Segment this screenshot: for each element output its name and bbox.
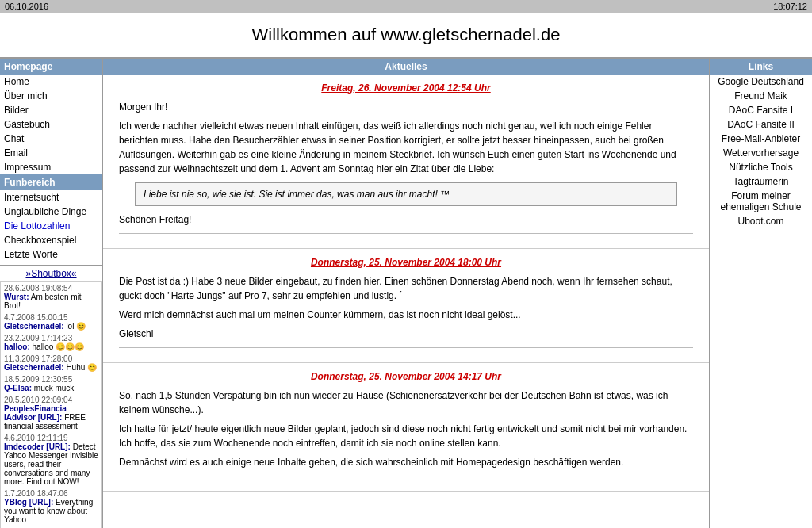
right-sidebar-link[interactable]: Forum meiner ehemaligen Schule [710, 189, 812, 214]
left-sidebar: Homepage Home Über mich Bilder Gästebuch… [0, 59, 103, 528]
shout-entry: 1.7.2010 18:47:06 YBlog [URL]: Everythin… [4, 489, 98, 524]
shoutbox-title[interactable]: »Shoutbox« [0, 266, 102, 281]
news-paragraph: Demnächst wird es auch einige neue Inhal… [119, 455, 693, 469]
shout-text: lol 😊 [66, 322, 86, 331]
shout-text: halloo 😊😊😊 [33, 342, 84, 351]
shout-date: 4.6.2010 12:11:19 [4, 434, 98, 442]
news-date[interactable]: Donnerstag, 25. November 2004 14:17 Uhr [119, 371, 693, 382]
news-quote: Liebe ist nie so, wie sie ist. Sie ist i… [135, 182, 677, 206]
topbar-time: 18:07:12 [773, 2, 807, 11]
right-sidebar-link[interactable]: DAoC Fansite II [710, 117, 812, 132]
news-body: Morgen Ihr!Ich werde nachher vielleicht … [119, 100, 693, 227]
main-content[interactable]: Aktuelles Freitag, 26. November 2004 12:… [103, 59, 709, 528]
right-sidebar: Links Google DeutschlandFreund MaikDAoC … [709, 59, 812, 528]
news-paragraph: Gletschi [119, 327, 693, 341]
right-sidebar-link[interactable]: Tagträumerin [710, 174, 812, 189]
nav-checkboxenspiel[interactable]: Checkboxenspiel [0, 233, 102, 247]
news-ending: Schönen Freitag! [119, 212, 693, 227]
right-sidebar-link[interactable]: Google Deutschland [710, 75, 812, 89]
news-entry: Donnerstag, 25. November 2004 18:00 UhrD… [103, 249, 709, 363]
shout-date: 1.7.2010 18:47:06 [4, 489, 98, 498]
shout-author: PeoplesFinancia lAdvisor [URL]: [4, 404, 67, 422]
aktuelles-label: Aktuelles [385, 61, 427, 72]
shout-date: 11.3.2009 17:28:00 [4, 354, 98, 363]
news-entry: Freitag, 26. November 2004 12:54 UhrMorg… [103, 75, 709, 249]
right-sidebar-link[interactable]: Wettervorhersage [710, 146, 812, 160]
news-paragraph: Die Post ist da :) Habe 3 neue Bilder ei… [119, 274, 693, 303]
shout-date: 4.7.2008 15:00:15 [4, 313, 98, 322]
shout-author: Gletschernadel: [4, 322, 64, 331]
shout-entry: 11.3.2009 17:28:00 Gletschernadel: Huhu … [4, 354, 98, 372]
news-entry: Donnerstag, 25. November 2004 14:17 UhrS… [103, 363, 709, 492]
news-divider [119, 347, 693, 348]
nav-ueber-mich[interactable]: Über mich [0, 89, 102, 103]
nav-unglaubliche-dinge[interactable]: Unglaubliche Dinge [0, 205, 102, 219]
homepage-header: Homepage [0, 59, 102, 75]
topbar-date: 06.10.2016 [5, 2, 48, 11]
news-paragraph: Ich werde nachher vielleicht etwas neuen… [119, 119, 693, 176]
shout-entry: 4.6.2010 12:11:19 Imdecoder [URL]: Detec… [4, 434, 98, 486]
aktuelles-bar: Aktuelles [103, 59, 709, 75]
nav-letzte-worte[interactable]: Letzte Worte [0, 247, 102, 262]
links-bar: Links [710, 59, 812, 75]
shout-date: 23.2.2009 17:14:23 [4, 334, 98, 342]
shout-author: Q-Elsa: [4, 384, 32, 392]
site-header: Willkommen auf www.gletschernadel.de [0, 13, 812, 59]
nav-gaestebuch[interactable]: Gästebuch [0, 117, 102, 132]
funbereich-header: Funbereich [0, 174, 102, 190]
nav-impressum[interactable]: Impressum [0, 160, 102, 174]
shout-entry: 23.2.2009 17:14:23 halloo: halloo 😊😊😊 [4, 334, 98, 351]
news-divider [119, 476, 693, 476]
news-paragraph: Werd mich demnächst auch mal um meinen C… [119, 308, 693, 322]
topbar: 06.10.2016 18:07:12 [0, 0, 812, 13]
shout-author: Wurst: [4, 293, 29, 301]
nav-chat[interactable]: Chat [0, 132, 102, 146]
main-layout: Homepage Home Über mich Bilder Gästebuch… [0, 59, 812, 528]
news-body: Die Post ist da :) Habe 3 neue Bilder ei… [119, 274, 693, 341]
shout-author: Imdecoder [URL]: [4, 442, 71, 451]
shout-date: 20.5.2010 22:09:04 [4, 396, 98, 404]
shout-author: Gletschernadel: [4, 363, 64, 372]
nav-internetsucht[interactable]: Internetsucht [0, 190, 102, 205]
right-sidebar-link[interactable]: Freund Maik [710, 89, 812, 103]
nav-lottozahlen[interactable]: Die Lottozahlen [0, 219, 102, 233]
shout-entry: 4.7.2008 15:00:15 Gletschernadel: lol 😊 [4, 313, 98, 331]
shoutbox-content[interactable]: 28.6.2008 19:08:54 Wurst: Am besten mit … [0, 281, 102, 528]
right-sidebar-link[interactable]: DAoC Fansite I [710, 103, 812, 117]
news-paragraph: Morgen Ihr! [119, 100, 693, 114]
shout-date: 28.6.2008 19:08:54 [4, 284, 98, 293]
nav-bilder[interactable]: Bilder [0, 103, 102, 117]
shout-author: halloo: [4, 342, 30, 351]
site-title: Willkommen auf www.gletschernadel.de [252, 25, 561, 44]
news-divider [119, 233, 693, 234]
shout-entry: 28.6.2008 19:08:54 Wurst: Am besten mit … [4, 284, 98, 310]
shout-entry: 20.5.2010 22:09:04 PeoplesFinancia lAdvi… [4, 396, 98, 430]
shout-entry: 18.5.2009 12:30:55 Q-Elsa: muck muck [4, 375, 98, 392]
news-date[interactable]: Donnerstag, 25. November 2004 18:00 Uhr [119, 257, 693, 268]
nav-email[interactable]: Email [0, 146, 102, 160]
news-body: So, nach 1,5 Stunden Verspätung bin ich … [119, 388, 693, 469]
right-sidebar-link[interactable]: Uboot.com [710, 214, 812, 228]
news-container: Freitag, 26. November 2004 12:54 UhrMorg… [103, 75, 709, 492]
shout-text: Huhu 😊 [66, 363, 97, 372]
news-paragraph: Ich hatte für jetzt/ heute eigentlich ne… [119, 422, 693, 450]
right-sidebar-link[interactable]: Nützliche Tools [710, 160, 812, 174]
right-sidebar-link[interactable]: Free-Mail-Anbieter [710, 132, 812, 146]
shout-text: muck muck [34, 384, 75, 392]
right-links: Google DeutschlandFreund MaikDAoC Fansit… [710, 75, 812, 228]
nav-home[interactable]: Home [0, 75, 102, 89]
shoutbox: »Shoutbox« 28.6.2008 19:08:54 Wurst: Am … [0, 265, 102, 528]
news-paragraph: So, nach 1,5 Stunden Verspätung bin ich … [119, 388, 693, 417]
shout-date: 18.5.2009 12:30:55 [4, 375, 98, 384]
shout-author: YBlog [URL]: [4, 498, 53, 507]
news-date[interactable]: Freitag, 26. November 2004 12:54 Uhr [119, 82, 693, 94]
